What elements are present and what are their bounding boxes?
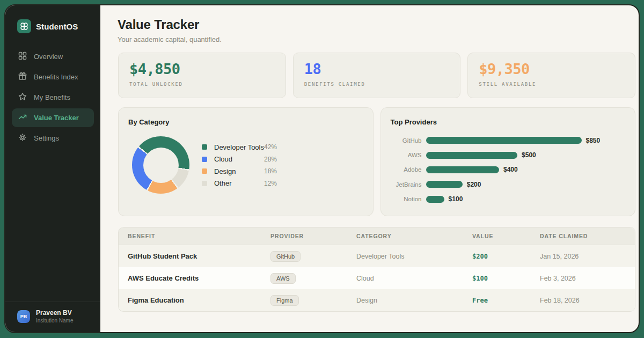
stats-row: $4,850 TOTAL UNLOCKED 18 BENEFITS CLAIME… <box>118 53 635 98</box>
legend-swatch <box>202 144 207 150</box>
bar-label: AWS <box>389 152 422 158</box>
provider-badge: GitHub <box>270 251 301 262</box>
stat-value: $4,850 <box>129 61 275 77</box>
column-header-date-claimed: Date Claimed <box>531 233 635 239</box>
cell-value: Free <box>463 297 531 304</box>
provider-badge: AWS <box>270 273 296 284</box>
cell-value: $100 <box>463 275 531 282</box>
gift-icon <box>18 72 27 82</box>
cell-provider: Figma <box>261 295 347 306</box>
providers-chart-card: Top Providers GitHub$850AWS$500Adobe$400… <box>380 107 636 216</box>
avatar: PB <box>17 310 30 323</box>
bar-value: $100 <box>449 195 463 203</box>
bar-label: Adobe <box>389 166 422 173</box>
sidebar-item-overview[interactable]: Overview <box>12 47 94 66</box>
legend-percentage: 28% <box>264 156 277 163</box>
legend-label: Cloud <box>214 155 264 163</box>
legend-item: Design18% <box>202 165 277 178</box>
cell-category: Developer Tools <box>347 253 463 260</box>
stat-value: $9,350 <box>479 61 624 77</box>
bar-value: $400 <box>503 166 518 173</box>
page-subtitle: Your academic capital, quantified. <box>118 35 639 43</box>
bar-fill <box>426 196 444 203</box>
cell-provider: AWS <box>261 273 347 284</box>
donut-legend: Developer Tools42%Cloud28%Design18%Other… <box>202 141 277 189</box>
trending-up-icon <box>18 113 27 123</box>
gear-icon <box>18 133 27 143</box>
bar-label: JetBrains <box>389 181 422 188</box>
bar-fill <box>426 152 518 159</box>
bar-row: Adobe$400 <box>389 163 627 177</box>
legend-label: Developer Tools <box>214 143 264 151</box>
user-name: Praveen BV <box>36 309 73 317</box>
cell-value: $200 <box>463 253 531 260</box>
stat-card-benefits-claimed: 18 BENEFITS CLAIMED <box>293 53 461 98</box>
bar-row: JetBrains$200 <box>389 177 627 192</box>
providers-bars: GitHub$850AWS$500Adobe$400JetBrains$200N… <box>381 126 635 207</box>
legend-percentage: 42% <box>264 143 277 151</box>
bar-label: GitHub <box>389 137 422 144</box>
column-header-category: Category <box>347 233 463 239</box>
sidebar-item-label: Settings <box>34 134 59 142</box>
cell-category: Cloud <box>347 275 463 282</box>
legend-item: Cloud28% <box>202 153 277 166</box>
page-title: Value Tracker <box>118 17 639 32</box>
stat-label: BENEFITS CLAIMED <box>304 82 450 87</box>
stat-value: 18 <box>304 61 450 77</box>
main-content: Value Tracker Your academic capital, qua… <box>100 5 639 332</box>
cell-date: Feb 18, 2026 <box>531 297 635 304</box>
sidebar-item-label: Overview <box>34 53 63 61</box>
cell-provider: GitHub <box>261 251 347 262</box>
star-icon <box>18 92 27 102</box>
legend-percentage: 18% <box>264 167 277 175</box>
bar-row: Notion$100 <box>389 192 627 207</box>
column-header-value: Value <box>463 233 531 239</box>
table-row[interactable]: AWS Educate CreditsAWSCloud$100Feb 3, 20… <box>119 267 635 289</box>
cell-benefit: AWS Educate Credits <box>119 274 261 282</box>
legend-label: Other <box>214 179 264 187</box>
chart-title: By Category <box>119 108 373 126</box>
brand-title: StudentOS <box>36 22 78 31</box>
stat-label: TOTAL UNLOCKED <box>129 82 275 87</box>
sidebar-item-label: My Benefits <box>34 93 70 101</box>
stat-card-still-available: $9,350 STILL AVAILABLE <box>467 53 635 98</box>
charts-row: By Category Developer Tools42%Cloud28%De… <box>118 107 635 216</box>
bar-fill <box>426 181 463 188</box>
cell-date: Jan 15, 2026 <box>531 253 635 260</box>
bar-fill <box>426 137 582 144</box>
bar-value: $500 <box>522 151 536 159</box>
donut-chart <box>132 136 189 194</box>
sidebar-item-value-tracker[interactable]: Value Tracker <box>12 108 94 127</box>
user-org: Insitution Name <box>36 318 73 324</box>
cell-benefit: Figma Education <box>119 296 261 304</box>
legend-item: Developer Tools42% <box>202 141 277 153</box>
table-row[interactable]: GitHub Student PackGitHubDeveloper Tools… <box>119 245 635 267</box>
table-body: GitHub Student PackGitHubDeveloper Tools… <box>119 245 635 311</box>
table-row[interactable]: Figma EducationFigmaDesignFreeFeb 18, 20… <box>119 289 635 311</box>
grid-icon <box>18 52 27 62</box>
chart-title: Top Providers <box>381 108 635 126</box>
sidebar-nav: Overview Benefits Index <box>5 45 100 150</box>
cell-benefit: GitHub Student Pack <box>119 252 261 260</box>
sidebar-item-benefits-index[interactable]: Benefits Index <box>12 68 94 86</box>
provider-badge: Figma <box>270 295 299 306</box>
sidebar-item-my-benefits[interactable]: My Benefits <box>12 88 94 107</box>
legend-swatch <box>202 157 207 162</box>
cell-category: Design <box>347 297 463 304</box>
bar-label: Notion <box>389 196 422 202</box>
sidebar-item-label: Benefits Index <box>34 73 78 81</box>
sidebar-item-label: Value Tracker <box>34 114 79 122</box>
sidebar-item-settings[interactable]: Settings <box>12 129 94 148</box>
category-chart-card: By Category Developer Tools42%Cloud28%De… <box>118 107 374 216</box>
app-window: StudentOS Overview <box>4 4 640 333</box>
bar-row: AWS$500 <box>389 148 627 162</box>
stat-label: STILL AVAILABLE <box>479 82 624 87</box>
bar-value: $200 <box>467 181 481 188</box>
column-header-benefit: Benefit <box>119 233 261 239</box>
legend-label: Design <box>214 167 264 175</box>
cell-date: Feb 3, 2026 <box>531 275 635 282</box>
user-profile[interactable]: PB Praveen BV Insitution Name <box>5 302 100 332</box>
benefits-table: Benefit Provider Category Value Date Cla… <box>118 227 635 312</box>
legend-percentage: 12% <box>264 180 277 187</box>
column-header-provider: Provider <box>261 233 347 239</box>
